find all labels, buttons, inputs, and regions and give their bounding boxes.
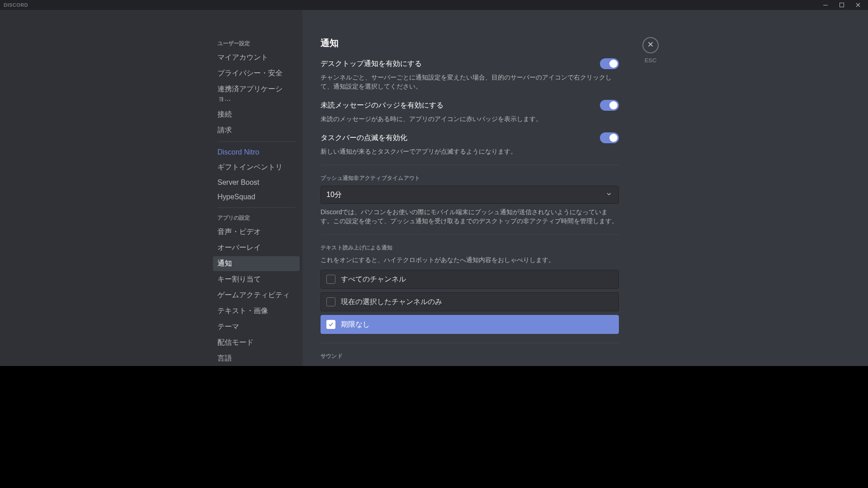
tts-radio-group: すべてのチャンネル 現在の選択したチャンネルのみ 期限なし [321, 270, 619, 334]
close-settings-button[interactable] [642, 37, 659, 53]
sidebar-separator [217, 141, 295, 142]
setting-title: タスクバーの点滅を有効化 [321, 132, 407, 143]
tts-desc: これをオンにすると、ハイテクロボットがあなたへ通知内容をおしゃべりします。 [321, 255, 619, 264]
setting-desc: 新しい通知が来るとタスクバーでアプリが点滅するようになります。 [321, 147, 619, 156]
window-controls [819, 0, 864, 10]
sidebar-item-connections[interactable]: 接続 [213, 107, 300, 122]
sidebar-item-nitro[interactable]: Discord Nitro [213, 145, 300, 159]
divider [321, 343, 619, 343]
tts-option-current[interactable]: 現在の選択したチャンネルのみ [321, 292, 619, 311]
tts-label: テキスト読み上げによる通知 [321, 244, 619, 252]
sidebar-item-voice-video[interactable]: 音声・ビデオ [213, 225, 300, 239]
svg-rect-0 [823, 5, 828, 5]
divider [321, 165, 619, 165]
sidebar-item-streamer-mode[interactable]: 配信モード [213, 335, 300, 350]
checkbox-icon [326, 275, 335, 284]
sidebar-item-text-images[interactable]: テキスト・画像 [213, 304, 300, 319]
setting-title: 未読メッセージのバッジを有効にする [321, 100, 443, 111]
sidebar-item-game-activity[interactable]: ゲームアクティビティ [213, 288, 300, 303]
close-icon [646, 40, 655, 50]
sidebar-item-notifications[interactable]: 通知 [213, 256, 300, 271]
sidebar-item-privacy-safety[interactable]: プライバシー・安全 [213, 66, 300, 81]
radio-label: すべてのチャンネル [341, 275, 406, 284]
chevron-down-icon [605, 190, 613, 200]
push-timeout-value: 10分 [326, 190, 342, 200]
radio-label: 期限なし [341, 320, 370, 329]
radio-label: 現在の選択したチャンネルのみ [341, 297, 442, 307]
push-timeout-desc: Discordでは、パソコンをお使いの際にモバイル端末にプッシュ通知が送信されな… [321, 207, 619, 225]
checkbox-icon [326, 320, 335, 329]
push-timeout-select[interactable]: 10分 [321, 186, 619, 204]
window-maximize-button[interactable] [835, 0, 848, 10]
page-title: 通知 [321, 37, 619, 49]
sidebar-item-hypesquad[interactable]: HypeSquad [213, 190, 300, 204]
toggle-taskbar-flash[interactable] [600, 132, 619, 143]
window-close-button[interactable] [852, 0, 864, 10]
checkbox-icon [326, 297, 335, 306]
sidebar-item-keybinds[interactable]: キー割り当て [213, 272, 300, 287]
setting-desc: チャンネルごと、サーバーごとに通知設定を変えたい場合、目的のサーバーのアイコンで… [321, 73, 619, 91]
esc-label: ESC [645, 57, 657, 64]
sidebar-item-overlay[interactable]: オーバーレイ [213, 240, 300, 255]
sidebar-item-gift-inventory[interactable]: ギフトインベントリ [213, 160, 300, 175]
push-timeout-label: プッシュ通知非アクティブタイムアウト [321, 174, 619, 182]
sidebar-separator [217, 207, 295, 208]
svg-rect-1 [840, 3, 844, 7]
sounds-label: サウンド [321, 352, 619, 360]
setting-title: デスクトップ通知を有効にする [321, 58, 422, 69]
sidebar-item-billing[interactable]: 請求 [213, 123, 300, 138]
tts-option-never[interactable]: 期限なし [321, 315, 619, 334]
setting-desc: 未読のメッセージがある時に、アプリのアイコンに赤いバッジを表示します。 [321, 114, 619, 123]
sidebar-item-language[interactable]: 言語 [213, 351, 300, 366]
tts-option-all[interactable]: すべてのチャンネル [321, 270, 619, 289]
toggle-unread-badge[interactable] [600, 100, 619, 111]
toggle-desktop-notifications[interactable] [600, 58, 619, 69]
sidebar-header: アプリの設定 [213, 211, 300, 225]
titlebar: DISCORD [0, 0, 868, 10]
sidebar-header: ユーザー設定 [213, 37, 300, 50]
sidebar-item-my-account[interactable]: マイアカウント [213, 50, 300, 65]
window-minimize-button[interactable] [819, 0, 832, 10]
divider [321, 235, 619, 235]
letterbox-bar [0, 366, 868, 488]
sidebar-item-server-boost[interactable]: Server Boost [213, 176, 300, 189]
sidebar-item-appearance[interactable]: テーマ [213, 319, 300, 334]
app-brand: DISCORD [4, 2, 28, 8]
sidebar-item-authorized-apps[interactable]: 連携済アプリケーショ... [213, 82, 300, 106]
